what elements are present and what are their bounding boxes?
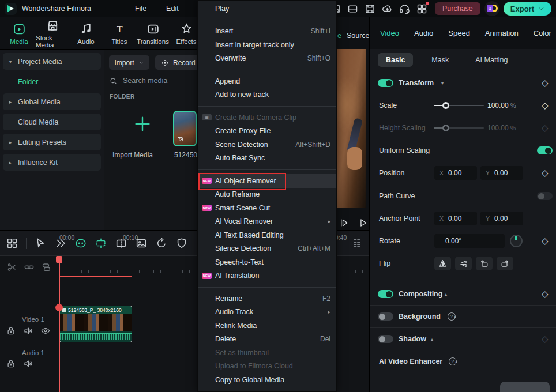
cut-icon[interactable]	[6, 262, 17, 273]
next-frame-icon[interactable]	[339, 217, 350, 228]
rotate-field[interactable]: 0.00°	[434, 234, 505, 248]
select-tool-icon[interactable]	[34, 237, 47, 250]
menu-item-insert-in-target-track-only[interactable]: Insert in target track only	[198, 38, 336, 52]
uniform-scaling-toggle[interactable]	[537, 146, 553, 154]
sidebar-item-global-media[interactable]: ▸Global Media	[3, 93, 101, 110]
anchor-x-field[interactable]: X0.00	[434, 212, 477, 225]
menu-item-audio-track[interactable]: Audio Track▸	[198, 306, 336, 319]
menu-item-ai-text-based-editing[interactable]: AI Text Based Editing	[198, 228, 336, 242]
track-mute-icon[interactable]	[23, 359, 33, 369]
media-thumbnail[interactable]	[173, 111, 197, 146]
motion-track-icon[interactable]	[155, 237, 168, 250]
export-button[interactable]: Export	[504, 2, 551, 16]
rotate-ccw-button[interactable]	[476, 257, 493, 270]
link-icon[interactable]	[24, 262, 35, 273]
denoise-icon[interactable]	[175, 237, 188, 250]
rotate-cw-button[interactable]	[497, 257, 513, 270]
position-x-field[interactable]: X0.00	[434, 166, 477, 180]
ai-copilot-icon[interactable]	[74, 237, 87, 250]
collapse-icon[interactable]: ▴	[454, 314, 456, 319]
path-curve-toggle[interactable]	[537, 192, 553, 200]
menu-item-silence-detection[interactable]: Silence DetectionCtrl+Alt+M	[198, 242, 336, 256]
background-toggle[interactable]	[378, 312, 393, 321]
preview-tab-fragment[interactable]: e	[337, 32, 341, 40]
smart-edit-icon[interactable]	[95, 237, 107, 250]
keyframe-icon[interactable]: ◇	[542, 100, 549, 111]
tab-audio[interactable]: Audio	[69, 22, 103, 45]
timeline-clip[interactable]: 5124503_P_ 3840x2160	[59, 306, 132, 342]
keyframe-icon[interactable]: ◇	[542, 168, 549, 178]
shadow-toggle[interactable]	[378, 335, 393, 343]
tab-transitions[interactable]: Transitions	[136, 22, 170, 45]
menu-item-ai-translation[interactable]: NEWAI Translation	[198, 269, 336, 283]
inspector-tab-audio[interactable]: Audio	[414, 29, 433, 37]
tab-media[interactable]: Media	[2, 22, 36, 45]
playhead[interactable]	[59, 256, 60, 392]
scale-value[interactable]: 100.00%	[487, 101, 516, 110]
cloud-upload-icon[interactable]	[381, 3, 393, 15]
sidebar-item-project-media[interactable]: ▾Project Media	[3, 53, 101, 70]
menu-item-relink-media[interactable]: Relink Media	[198, 319, 336, 333]
sidebar-item-influence-kit[interactable]: ▸Influence Kit	[3, 154, 101, 171]
rotate-dial[interactable]	[510, 235, 523, 247]
menubar-edit[interactable]: Edit	[160, 2, 185, 15]
toolbox-icon[interactable]	[6, 237, 18, 250]
sidebar-item-cloud-media[interactable]: ▸Cloud Media	[3, 114, 101, 130]
playhead-handle[interactable]	[56, 256, 62, 263]
play-icon[interactable]	[358, 217, 369, 228]
menu-item-auto-beat-sync[interactable]: Auto Beat Sync	[198, 152, 336, 165]
purchase-button[interactable]: Purchase	[435, 2, 480, 15]
sidebar-item-folder[interactable]: ▸Folder	[3, 73, 101, 90]
scale-slider[interactable]	[434, 105, 484, 106]
menu-item-smart-scene-cut[interactable]: NEWSmart Scene Cut	[198, 201, 336, 215]
inspector-subtab-ai-matting[interactable]: AI Matting	[467, 53, 516, 67]
collapse-icon[interactable]: ▴	[431, 337, 433, 342]
collapse-icon[interactable]: ▴	[445, 292, 447, 297]
track-lock-icon[interactable]	[6, 359, 16, 369]
track-mute-icon[interactable]	[23, 326, 33, 336]
menu-item-delete[interactable]: DeleteDel	[198, 333, 336, 346]
transform-toggle[interactable]	[378, 79, 393, 87]
partial-button[interactable]	[500, 382, 550, 392]
sidebar-item-editing-presets[interactable]: ▸Editing Presets	[3, 134, 101, 150]
inspector-tab-video[interactable]: Video	[380, 29, 399, 37]
menu-item-create-proxy-file[interactable]: Create Proxy File	[198, 125, 336, 138]
track-lock-icon[interactable]	[6, 326, 16, 336]
apps-icon[interactable]	[416, 3, 428, 15]
collapse-icon[interactable]: ▴	[455, 359, 457, 364]
group-icon[interactable]	[41, 262, 52, 273]
track-visibility-icon[interactable]	[40, 326, 51, 336]
anchor-y-field[interactable]: Y0.00	[480, 212, 523, 225]
inspector-subtab-basic[interactable]: Basic	[378, 53, 413, 67]
menu-item-ai-vocal-remover[interactable]: AI Vocal Remover▸	[198, 215, 336, 229]
import-media-tile[interactable]	[115, 106, 170, 142]
menu-item-copy-to-global-media[interactable]: Copy to Global Media	[198, 373, 336, 387]
tab-titles[interactable]: TTitles	[103, 22, 136, 45]
flip-vertical-button[interactable]	[455, 257, 472, 270]
inspector-subtab-mask[interactable]: Mask	[423, 53, 457, 67]
tab-stock-media[interactable]: Stock Media	[36, 18, 69, 48]
inspector-tab-animation[interactable]: Animation	[485, 29, 519, 37]
menu-item-append[interactable]: Append	[198, 74, 336, 88]
menubar-file[interactable]: File	[129, 2, 152, 15]
track-manager-icon[interactable]	[350, 236, 363, 251]
compositing-toggle[interactable]	[378, 290, 393, 298]
position-y-field[interactable]: Y0.00	[480, 166, 523, 180]
menu-item-scene-detection[interactable]: Scene DetectionAlt+Shift+D	[198, 138, 336, 152]
import-button[interactable]: Import	[109, 55, 149, 70]
menu-item-add-to-new-track[interactable]: Add to new track	[198, 88, 336, 102]
inspector-tab-speed[interactable]: Speed	[448, 29, 470, 37]
keyframe-icon[interactable]: ◇	[542, 236, 549, 246]
chevron-down-icon[interactable]: ▾	[441, 81, 444, 86]
save-icon[interactable]	[364, 3, 376, 15]
support-icon[interactable]	[399, 3, 411, 15]
menu-item-auto-reframe[interactable]: Auto Reframe	[198, 188, 336, 202]
search-input[interactable]: Search media	[109, 74, 196, 88]
keyframe-icon[interactable]: ◇	[542, 78, 549, 88]
account-avatar[interactable]: o	[484, 1, 499, 16]
tab-source[interactable]: Source	[347, 32, 369, 40]
menu-item-insert[interactable]: InsertShift+I	[198, 25, 336, 39]
menu-item-play[interactable]: Play	[198, 2, 336, 16]
keyframe-icon[interactable]: ◇	[542, 289, 549, 299]
menu-item-speech-to-text[interactable]: Speech-to-Text	[198, 255, 336, 269]
